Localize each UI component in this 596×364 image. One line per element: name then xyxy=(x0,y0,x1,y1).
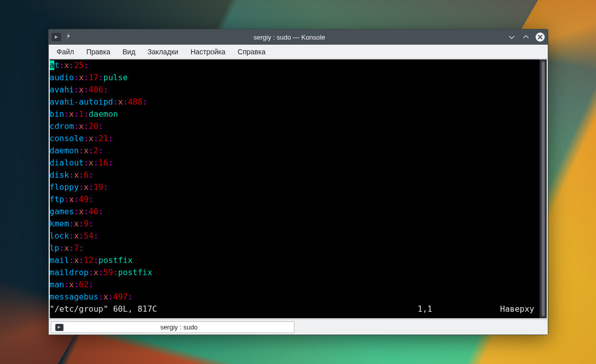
vim-cursor-position: 1,1 xyxy=(418,303,479,315)
menu-help[interactable]: Справка xyxy=(233,46,271,57)
tab-label: sergiy : sudo xyxy=(69,323,290,331)
vim-status-line: "/etc/group" 60L, 817C1,1Наверху xyxy=(50,303,540,315)
terminal-line: avahi:x:486: xyxy=(50,84,540,96)
terminal-line: messagebus:x:497: xyxy=(50,291,540,303)
terminal-line: maildrop:x:59:postfix xyxy=(50,267,540,279)
konsole-window: sergiy : sudo — Konsole Файл Правка Вид xyxy=(48,29,548,335)
terminal-line: lp:x:7: xyxy=(50,242,540,254)
tab-active[interactable]: sergiy : sudo xyxy=(51,321,294,333)
terminal-line: disk:x:6: xyxy=(50,169,540,181)
terminal-line: console:x:21: xyxy=(50,133,540,145)
terminal-line: ftp:x:49: xyxy=(50,193,540,206)
terminal-line: kmem:x:9: xyxy=(50,218,540,230)
menu-bookmarks[interactable]: Закладки xyxy=(143,46,184,57)
desktop-wallpaper: sergiy : sudo — Konsole Файл Правка Вид xyxy=(0,0,596,364)
terminal-line: cdrom:x:20: xyxy=(50,120,540,133)
app-menu-icon[interactable] xyxy=(52,33,61,41)
scrollbar-thumb[interactable] xyxy=(542,61,545,316)
terminal-line: games:x:40: xyxy=(50,206,540,218)
terminal-line: bin:x:1:daemon xyxy=(50,108,540,120)
menu-edit[interactable]: Правка xyxy=(81,46,115,57)
terminal-scrollbar[interactable] xyxy=(540,59,547,318)
close-button[interactable] xyxy=(536,32,545,42)
terminal-line: mail:x:12:postfix xyxy=(50,254,540,267)
terminal-line: man:x:62: xyxy=(50,279,540,291)
menu-view[interactable]: Вид xyxy=(117,46,140,57)
terminal-line: avahi-autoipd:x:488: xyxy=(50,96,540,108)
terminal-line: at:x:25: xyxy=(50,59,540,72)
vim-file-info: "/etc/group" 60L, 817C xyxy=(50,303,157,315)
window-titlebar[interactable]: sergiy : sudo — Konsole xyxy=(49,29,548,45)
close-icon xyxy=(536,32,545,42)
pin-icon[interactable] xyxy=(65,33,72,42)
menu-bar: Файл Правка Вид Закладки Настройка Справ… xyxy=(49,45,548,59)
minimize-button[interactable] xyxy=(507,32,516,42)
terminal-line: audio:x:17:pulse xyxy=(50,72,540,84)
tab-bar: sergiy : sudo xyxy=(49,319,548,335)
window-title: sergiy : sudo — Konsole xyxy=(72,34,507,41)
maximize-button[interactable] xyxy=(521,32,531,42)
tab-terminal-icon xyxy=(55,324,63,331)
terminal-line: dialout:x:16: xyxy=(50,157,540,169)
menu-settings[interactable]: Настройка xyxy=(185,46,230,57)
vim-scroll-indicator: Наверху xyxy=(479,303,540,315)
terminal-cursor: a xyxy=(50,60,55,70)
terminal-line: lock:x:54: xyxy=(50,230,540,242)
terminal-area: at:x:25:audio:x:17:pulseavahi:x:486:avah… xyxy=(50,59,547,318)
terminal-line: floppy:x:19: xyxy=(50,181,540,193)
terminal-output[interactable]: at:x:25:audio:x:17:pulseavahi:x:486:avah… xyxy=(50,59,540,318)
terminal-line: daemon:x:2: xyxy=(50,145,540,157)
menu-file[interactable]: Файл xyxy=(52,46,79,57)
